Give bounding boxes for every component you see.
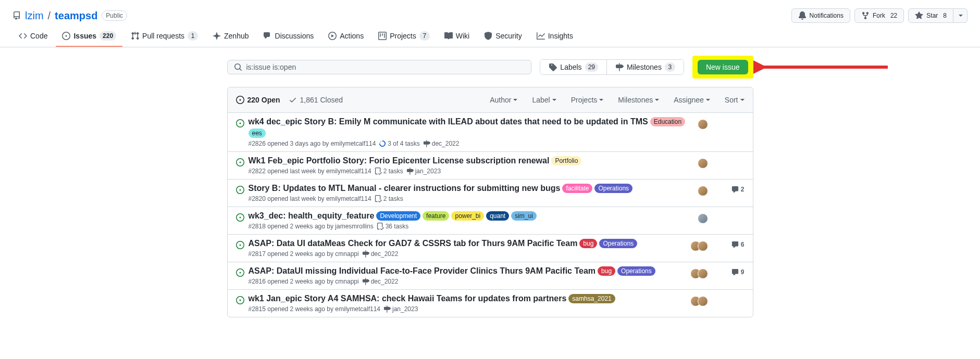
tab-insights[interactable]: Insights	[530, 27, 579, 47]
owner-link[interactable]: lzim	[25, 10, 44, 22]
issue-open-icon	[236, 211, 244, 230]
filter-author[interactable]: Author	[490, 96, 517, 104]
fork-icon	[861, 11, 870, 20]
tab-pull-requests[interactable]: Pull requests1	[125, 27, 204, 47]
issue-label[interactable]: Development	[376, 211, 420, 221]
milestones-count: 3	[665, 62, 675, 72]
issue-title-link[interactable]: wk1 Jan_epic Story A4 SAMHSA: check Hawa…	[249, 294, 567, 303]
tab-issues[interactable]: Issues220	[56, 27, 122, 47]
milestone-link[interactable]: dec_2022	[362, 278, 399, 285]
issue-title-link[interactable]: wk4 dec_epic Story B: Emily M communicat…	[249, 117, 648, 126]
assignees	[690, 241, 708, 251]
visibility-badge: Public	[102, 10, 127, 21]
issue-label[interactable]: feature	[423, 211, 449, 221]
new-issue-highlight: New issue	[692, 56, 753, 79]
issue-label[interactable]: facilitate	[562, 184, 592, 193]
assignees	[698, 158, 708, 169]
tab-code[interactable]: Code	[13, 27, 54, 47]
issue-label[interactable]: Education	[650, 117, 685, 126]
assignee-avatar[interactable]	[698, 119, 708, 130]
play-icon	[328, 32, 337, 40]
issue-label[interactable]: samhsa_2021	[568, 294, 615, 303]
filter-milestones[interactable]: Milestones	[618, 96, 659, 104]
tab-discussions[interactable]: Discussions	[257, 27, 320, 47]
comment-count[interactable]: 6	[729, 241, 745, 248]
issue-search[interactable]	[227, 60, 532, 74]
zenhub-icon	[213, 32, 221, 40]
annotation-arrow	[753, 59, 889, 75]
search-input[interactable]	[246, 63, 525, 71]
issue-label[interactable]: Operations	[617, 266, 655, 276]
milestone-link[interactable]: dec_2022	[423, 140, 460, 147]
task-progress[interactable]: 36 tasks	[377, 223, 409, 230]
star-button[interactable]: Star 8	[908, 8, 953, 23]
issue-open-icon	[236, 117, 244, 147]
notifications-button[interactable]: Notifications	[791, 8, 850, 23]
issue-label[interactable]: bug	[598, 266, 615, 276]
issue-label[interactable]: ees	[249, 129, 266, 138]
filter-label[interactable]: Label	[532, 96, 556, 104]
issue-label[interactable]: bug	[579, 239, 597, 248]
issue-title-link[interactable]: ASAP: DataUI missing Individual Face-to-…	[249, 266, 596, 276]
assignee-avatar[interactable]	[698, 213, 708, 224]
issue-label[interactable]: quant	[486, 211, 509, 221]
assignees	[698, 186, 708, 196]
issue-meta-text: #2818 opened 2 weeks ago by jamesmrollin…	[249, 223, 374, 230]
filter-projects[interactable]: Projects	[571, 96, 604, 104]
assignees	[690, 296, 708, 306]
tab-zenhub[interactable]: Zenhub	[206, 27, 255, 47]
issue-open-icon	[236, 239, 244, 258]
fork-button[interactable]: Fork 22	[854, 8, 904, 23]
issue-title-link[interactable]: ASAP: Data UI dataMeas Check for GAD7 & …	[249, 239, 578, 248]
task-progress[interactable]: 2 tasks	[375, 195, 403, 202]
issue-label[interactable]: Operations	[599, 239, 637, 248]
assignee-avatar[interactable]	[698, 186, 708, 196]
new-issue-button[interactable]: New issue	[698, 60, 748, 74]
comment-count[interactable]: 2	[729, 186, 745, 193]
closed-issues-tab[interactable]: 1,861 Closed	[289, 96, 343, 104]
issue-open-icon	[236, 294, 244, 313]
issue-open-icon	[236, 156, 244, 175]
issue-label[interactable]: Portfolio	[551, 156, 581, 165]
issue-open-icon	[236, 184, 244, 202]
issue-label[interactable]: Operations	[594, 184, 632, 193]
issue-title-link[interactable]: Wk1 Feb_epic Portfolio Story: Forio Epic…	[249, 156, 550, 165]
shield-icon	[484, 32, 492, 40]
star-menu-button[interactable]	[953, 8, 967, 23]
open-issues-tab[interactable]: 220 Open	[236, 96, 280, 104]
issue-row: wk3_dec: health_equity_feature Developme…	[228, 207, 753, 235]
repo-tabs: CodeIssues220Pull requests1ZenhubDiscuss…	[0, 27, 980, 47]
comment-count[interactable]: 9	[729, 268, 745, 276]
assignee-avatar[interactable]	[698, 268, 708, 279]
task-progress[interactable]: 2 tasks	[375, 168, 403, 175]
milestone-link[interactable]: jan_2023	[406, 168, 441, 175]
issue-title-link[interactable]: wk3_dec: health_equity_feature	[249, 211, 375, 221]
assignee-avatar[interactable]	[698, 158, 708, 169]
milestones-button[interactable]: Milestones 3	[606, 60, 684, 74]
filter-assignee[interactable]: Assignee	[674, 96, 710, 104]
tab-actions[interactable]: Actions	[322, 27, 370, 47]
tab-wiki[interactable]: Wiki	[438, 27, 476, 47]
tab-projects[interactable]: Projects7	[372, 27, 436, 47]
repo-header: lzim / teampsd Public Notifications Fork…	[0, 0, 980, 27]
book-icon	[444, 32, 453, 40]
filter-sort[interactable]: Sort	[725, 96, 745, 104]
issue-label[interactable]: sim_ui	[511, 211, 537, 221]
milestone-link[interactable]: dec_2022	[362, 250, 399, 258]
assignee-avatar[interactable]	[698, 241, 708, 251]
issue-label[interactable]: power_bi	[451, 211, 484, 221]
check-icon	[289, 96, 297, 104]
issue-title-link[interactable]: Story B: Updates to MTL Manual - clearer…	[249, 184, 561, 193]
star-count: 8	[941, 12, 947, 19]
issue-meta-text: #2820 opened last week by emilymetcalf11…	[249, 195, 371, 202]
path-separator: /	[48, 10, 51, 22]
star-icon	[915, 11, 923, 20]
milestone-link[interactable]: jan_2023	[383, 305, 418, 313]
issue-meta-text: #2822 opened last week by emilymetcalf11…	[249, 168, 371, 175]
repo-icon	[13, 11, 21, 20]
assignee-avatar[interactable]	[698, 296, 708, 306]
repo-link[interactable]: teampsd	[55, 10, 97, 22]
task-progress[interactable]: 3 of 4 tasks	[379, 140, 419, 147]
tab-security[interactable]: Security	[478, 27, 528, 47]
labels-button[interactable]: Labels 29	[540, 60, 606, 74]
